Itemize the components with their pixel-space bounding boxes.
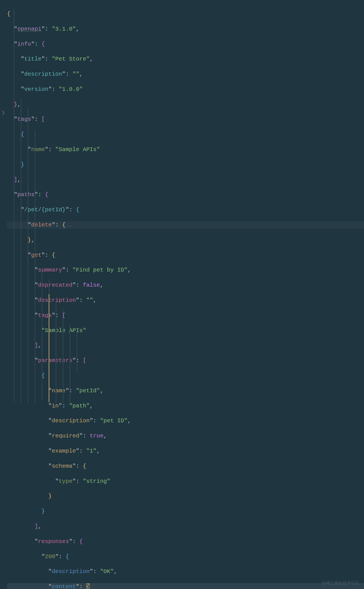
code-line[interactable]: {: [7, 372, 364, 380]
token: "pet ID": [100, 418, 127, 424]
code-line[interactable]: "required": true,: [7, 432, 364, 440]
code-line[interactable]: ],: [7, 342, 364, 349]
token: ":: [31, 41, 41, 47]
code-line[interactable]: "description": "pet ID",: [7, 417, 364, 425]
token: ": [7, 267, 38, 273]
code-line[interactable]: "tags": [: [7, 312, 364, 319]
code-area[interactable]: { "openapi": "3.1.0", "info": { "title":…: [7, 3, 364, 589]
code-line[interactable]: "deprecated": false,: [7, 282, 364, 289]
token: ,: [17, 177, 21, 183]
fold-icon[interactable]: ...: [66, 223, 72, 228]
code-line[interactable]: "summary": "Find pet by ID",: [7, 266, 364, 274]
token: ": [7, 478, 59, 484]
token: tags: [17, 116, 31, 122]
code-line[interactable]: "type": "string": [7, 478, 364, 485]
chevron-right-icon[interactable]: ❯: [2, 109, 5, 116]
token: ":: [41, 252, 52, 258]
token: ": [7, 297, 38, 303]
token: example: [52, 448, 76, 454]
code-line[interactable]: }: [7, 508, 364, 515]
code-line[interactable]: ],: [7, 523, 364, 530]
code-line[interactable]: "responses": {: [7, 538, 364, 546]
code-line[interactable]: "paths": {: [7, 191, 364, 199]
code-line[interactable]: },: [7, 236, 364, 244]
token: {: [79, 538, 83, 545]
token: [7, 342, 34, 349]
code-line[interactable]: },: [7, 101, 364, 108]
token: ": [7, 26, 17, 32]
code-line[interactable]: "title": "Pet Store",: [7, 55, 364, 63]
token: ": [7, 222, 31, 228]
token: ": [7, 116, 17, 122]
token: "1.0.0": [59, 86, 83, 92]
token: false: [83, 282, 100, 288]
code-line[interactable]: "in": "path",: [7, 402, 364, 410]
token: ":: [62, 71, 73, 77]
code-editor[interactable]: ❯ { "openapi": "3.1.0", "info": { "title…: [0, 0, 364, 589]
code-line[interactable]: "example": "1",: [7, 447, 364, 455]
code-line-current[interactable]: "delete": {...: [7, 221, 364, 229]
token: ": [7, 282, 38, 288]
token: {: [76, 207, 79, 213]
code-line[interactable]: "description": "",: [7, 71, 364, 78]
code-line[interactable]: "name": "Sample APIs": [7, 146, 364, 154]
code-line[interactable]: "info": {: [7, 41, 364, 48]
token: info: [17, 41, 31, 47]
gutter: ❯: [0, 0, 7, 589]
token: ,: [90, 56, 93, 62]
token: "Pet Store": [52, 56, 90, 62]
token: "1": [86, 448, 97, 454]
token: ":: [69, 538, 79, 545]
token: "Sample APIs": [41, 327, 86, 334]
token: paths: [17, 191, 35, 198]
token: ,: [128, 418, 131, 424]
code-line[interactable]: "Sample APIs": [7, 327, 364, 335]
code-line[interactable]: "schema": {: [7, 463, 364, 470]
token: responses: [38, 538, 69, 545]
token: ":: [76, 583, 86, 589]
token: description: [52, 568, 90, 575]
token: ":: [73, 463, 83, 469]
code-line[interactable]: ],: [7, 176, 364, 184]
code-line[interactable]: {: [7, 131, 364, 138]
token: ,: [38, 342, 41, 349]
code-line[interactable]: "name": "petId",: [7, 387, 364, 395]
token: ,: [38, 523, 41, 530]
token: ": [7, 553, 45, 560]
code-line[interactable]: "description": "",: [7, 297, 364, 304]
token: ,: [128, 267, 131, 273]
code-line[interactable]: "openapi": "3.1.0",: [7, 25, 364, 33]
token: description: [38, 297, 76, 303]
code-line[interactable]: "/pet/{petId}": {: [7, 206, 364, 214]
token: ,: [103, 433, 107, 439]
token: "": [73, 71, 80, 77]
code-line[interactable]: "version": "1.0.0": [7, 86, 364, 93]
token: [7, 101, 14, 108]
code-line[interactable]: {: [7, 10, 364, 18]
token: ,: [79, 71, 83, 77]
code-line[interactable]: "200": {: [7, 553, 364, 561]
token: ": [7, 433, 52, 439]
code-line[interactable]: }: [7, 493, 364, 500]
token: ": [7, 56, 24, 62]
token: [7, 523, 34, 530]
code-line[interactable]: "description": "OK",: [7, 568, 364, 576]
code-line-matching[interactable]: "content": {: [7, 583, 364, 589]
token: deprecated: [38, 282, 73, 288]
token: ]: [34, 342, 38, 349]
token: title: [24, 56, 42, 62]
token: ":: [76, 297, 86, 303]
token: }: [28, 237, 31, 243]
token: true: [90, 433, 103, 439]
token: {: [7, 131, 24, 138]
token: {: [52, 252, 55, 258]
token: ": [7, 448, 52, 454]
token: openapi: [17, 26, 41, 32]
code-line[interactable]: }: [7, 161, 364, 169]
token: ":: [31, 116, 41, 122]
token: ": [7, 403, 52, 409]
code-line[interactable]: "tags": [: [7, 116, 364, 123]
code-line[interactable]: "parameters": [: [7, 357, 364, 365]
code-line[interactable]: "get": {: [7, 252, 364, 259]
token: ":: [52, 312, 62, 319]
